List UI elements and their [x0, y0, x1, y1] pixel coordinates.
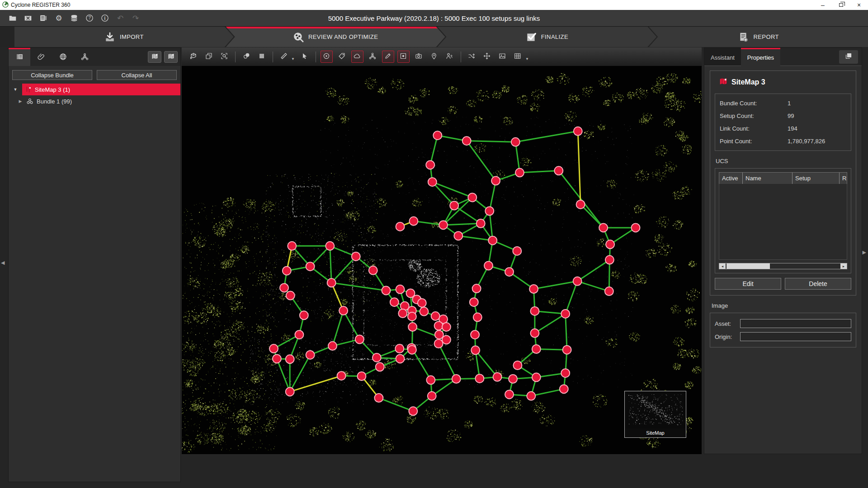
setup-node[interactable]	[408, 312, 416, 321]
setup-node[interactable]	[605, 287, 613, 296]
scroll-thumb[interactable]	[726, 263, 770, 269]
setup-node[interactable]	[485, 207, 494, 216]
help-button[interactable]: ?	[82, 12, 97, 24]
tab-geotags[interactable]	[52, 48, 74, 66]
setup-node[interactable]	[470, 298, 478, 306]
workflow-tab-import[interactable]: IMPORT	[14, 27, 234, 47]
ucs-horizontal-scrollbar[interactable]: ◄ ►	[719, 263, 847, 269]
setup-node[interactable]	[532, 345, 541, 353]
open-project-button[interactable]	[5, 12, 20, 24]
ucs-column-refe[interactable]: Refe	[840, 173, 847, 184]
setup-node[interactable]	[442, 323, 451, 331]
setup-node[interactable]	[513, 247, 521, 255]
setup-node[interactable]	[409, 217, 418, 225]
setup-node[interactable]	[306, 351, 315, 359]
setup-link[interactable]	[443, 224, 481, 225]
setup-link[interactable]	[531, 389, 564, 396]
move-tool[interactable]	[481, 51, 493, 63]
collapse-bundle-button[interactable]: Collapse Bundle	[12, 70, 92, 80]
setup-node[interactable]	[426, 376, 435, 385]
setup-node[interactable]	[452, 375, 461, 383]
setup-node[interactable]	[398, 309, 407, 318]
setup-node[interactable]	[326, 242, 334, 250]
ucs-column-active[interactable]: Active	[719, 173, 743, 184]
setup-node[interactable]	[382, 286, 390, 295]
setup-link[interactable]	[559, 171, 604, 228]
setup-node[interactable]	[408, 346, 416, 354]
bundle-view-tool[interactable]	[240, 51, 252, 63]
ucs-column-setup[interactable]: Setup	[793, 173, 840, 184]
close-button[interactable]: ×	[850, 0, 868, 10]
thumbnail-tool[interactable]	[496, 51, 509, 63]
setup-node[interactable]	[573, 277, 582, 286]
setup-node[interactable]	[505, 267, 514, 276]
setup-link[interactable]	[333, 311, 344, 346]
dropdown-caret-icon[interactable]: ▼	[291, 57, 295, 61]
collapse-all-button[interactable]: Collapse All	[97, 70, 177, 80]
show-pointcloud-toggle[interactable]	[351, 51, 363, 63]
setup-node[interactable]	[599, 223, 608, 232]
tree-item-bundle-1-99-[interactable]: ▶Bundle 1 (99)	[9, 95, 180, 107]
scroll-right-arrow[interactable]: ►	[840, 263, 847, 269]
info-button[interactable]: i	[98, 12, 112, 24]
setup-node[interactable]	[527, 392, 535, 400]
setup-node[interactable]	[339, 306, 348, 315]
fill-view-tool[interactable]	[255, 51, 268, 63]
setup-node[interactable]	[509, 375, 517, 383]
setup-node[interactable]	[442, 335, 451, 344]
setup-node[interactable]	[295, 330, 303, 339]
setup-node[interactable]	[476, 219, 485, 228]
setup-node[interactable]	[428, 178, 437, 186]
sitemap-button-2[interactable]	[164, 51, 178, 63]
setup-node[interactable]	[563, 346, 571, 354]
tab-assistant[interactable]: Assistant	[704, 48, 741, 66]
ucs-table-body[interactable]	[719, 184, 847, 260]
zoom-selection-tool[interactable]	[218, 51, 230, 63]
setup-node[interactable]	[369, 266, 377, 275]
setup-node[interactable]	[300, 311, 308, 319]
swap-links-tool[interactable]	[466, 51, 478, 63]
setup-link[interactable]	[454, 206, 481, 224]
setup-node[interactable]	[439, 221, 448, 229]
setup-node[interactable]	[327, 278, 336, 287]
copy-view-tool[interactable]	[203, 51, 215, 63]
setup-link[interactable]	[535, 314, 566, 333]
workflow-tab-finalize[interactable]: FINALIZE	[438, 27, 657, 47]
setup-link[interactable]	[330, 246, 331, 283]
setup-link[interactable]	[580, 204, 604, 228]
tab-network[interactable]	[74, 48, 95, 66]
scroll-left-arrow[interactable]: ◄	[719, 263, 726, 269]
setup-node[interactable]	[283, 267, 291, 275]
setup-node[interactable]	[561, 369, 570, 377]
setup-link[interactable]	[331, 283, 386, 291]
setup-node[interactable]	[426, 160, 434, 169]
setup-node[interactable]	[515, 169, 524, 177]
setup-node[interactable]	[574, 127, 582, 136]
setup-node[interactable]	[475, 374, 484, 383]
setup-node[interactable]	[530, 307, 539, 315]
setup-node[interactable]	[396, 285, 405, 294]
measure-tool[interactable]	[278, 51, 290, 63]
show-links-toggle[interactable]	[367, 51, 379, 63]
setup-node[interactable]	[306, 262, 315, 271]
left-panel-collapse-arrow[interactable]: ◀	[1, 260, 5, 266]
geotag-tool[interactable]	[428, 51, 440, 63]
setup-link[interactable]	[515, 131, 578, 142]
tab-properties[interactable]: Properties	[741, 48, 780, 66]
expand-caret[interactable]: ▼	[9, 84, 22, 95]
setup-node[interactable]	[606, 240, 614, 249]
setup-node[interactable]	[355, 335, 364, 344]
tab-attachments[interactable]	[30, 48, 52, 66]
setup-link[interactable]	[331, 256, 356, 282]
setup-node[interactable]	[286, 291, 295, 300]
setup-link[interactable]	[566, 281, 577, 314]
workflow-tab-report[interactable]: REPORT	[649, 27, 868, 47]
setup-node[interactable]	[357, 372, 366, 380]
setup-link[interactable]	[379, 398, 413, 411]
expand-caret[interactable]: ▶	[17, 99, 24, 103]
setup-node[interactable]	[468, 193, 476, 202]
annotate-tool[interactable]	[382, 51, 394, 63]
show-setups-toggle[interactable]	[321, 51, 333, 63]
camera-tool[interactable]	[413, 51, 425, 63]
setup-node[interactable]	[431, 312, 440, 320]
